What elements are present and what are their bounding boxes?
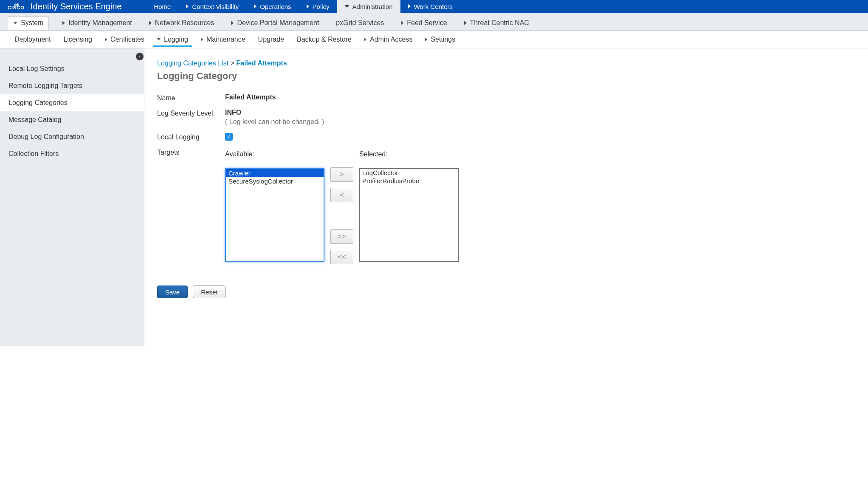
tertnav-label: Certificates [110,36,144,43]
sidebar-item-debug-log-configuration[interactable]: Debug Log Configuration [0,128,144,145]
tertnav-certificates[interactable]: Certificates [103,32,146,47]
selected-listbox[interactable]: LogCollectorProfilerRadiusProbe [359,168,459,262]
chevron-down-icon [13,22,17,24]
tertnav-label: Admin Access [370,36,412,43]
subnav-system[interactable]: System [8,16,49,30]
move-all-right-button[interactable]: >> [330,229,353,244]
breadcrumb: Logging Categories List > Failed Attempt… [157,59,855,67]
list-item[interactable]: Crawler [226,169,324,177]
sidebar-item-remote-logging-targets[interactable]: Remote Logging Targets [0,77,144,94]
topnav-work-centers[interactable]: Work Centers [400,0,460,13]
move-right-button[interactable]: > [330,167,353,182]
chevron-down-icon [345,5,349,8]
subnav-label: System [21,19,43,27]
tertnav-backup-&-restore[interactable]: Backup & Restore [295,32,353,47]
topnav-label: Work Centers [414,3,453,10]
chevron-right-icon [364,38,366,41]
subnav-pxgrid-services[interactable]: pxGrid Services [333,17,387,29]
severity-note: ( Log level can not be changed. ) [225,118,324,126]
tertnav-label: Deployment [14,36,51,43]
subnav-feed-service[interactable]: Feed Service [397,17,450,29]
sidebar-item-logging-categories[interactable]: Logging Categories [0,94,144,111]
chevron-right-icon [401,21,403,25]
name-label: Name [157,93,225,102]
sidebar-collapse-icon[interactable]: ‹ [136,53,144,60]
move-left-button[interactable]: < [330,188,353,202]
chevron-right-icon [105,38,107,41]
chevron-right-icon [408,4,411,8]
subnav-label: Threat Centric NAC [470,19,530,27]
topnav-context-visibility[interactable]: Context Visibility [178,0,246,13]
chevron-right-icon [149,21,152,25]
tertnav-label: Upgrade [258,36,284,43]
subnav-label: Network Resources [155,19,214,27]
subnav-label: Device Portal Management [237,19,319,27]
breadcrumb-sep: > [231,59,234,67]
available-listbox[interactable]: CrawlerSecureSyslogCollector [225,168,324,262]
save-button[interactable]: Save [157,286,188,298]
tertnav-label: Backup & Restore [297,36,352,43]
tertnav-label: Maintenance [206,36,245,43]
severity-value: INFO [225,109,324,116]
sub-nav-bar: SystemIdentity ManagementNetwork Resourc… [0,13,868,31]
topnav-label: Administration [352,3,393,10]
cisco-logo: ılıılı CISCO [8,4,25,9]
topnav-home[interactable]: Home [146,0,178,13]
tertnav-label: Licensing [63,36,92,43]
subnav-label: Identity Management [68,19,132,27]
list-item[interactable]: ProfilerRadiusProbe [360,177,458,185]
list-item[interactable]: SecureSyslogCollector [226,177,324,185]
chevron-right-icon [464,21,467,25]
tertnav-deployment[interactable]: Deployment [13,32,52,47]
subnav-identity-management[interactable]: Identity Management [59,17,135,29]
tertnav-maintenance[interactable]: Maintenance [199,32,247,47]
brand: ılıılı CISCO Identity Services Engine [0,0,129,13]
name-value: Failed Attempts [225,93,276,102]
breadcrumb-current: Failed Attempts [236,59,287,67]
local-logging-checkbox[interactable]: ✓ [225,133,233,141]
sidebar: Local Log SettingsRemote Logging Targets… [0,48,144,346]
breadcrumb-parent[interactable]: Logging Categories List [157,59,228,67]
sidebar-item-collection-filters[interactable]: Collection Filters [0,145,144,162]
sidebar-item-message-catalog[interactable]: Message Catalog [0,111,144,128]
tertnav-label: Logging [164,36,188,43]
topnav-label: Policy [313,3,330,10]
tertnav-settings[interactable]: Settings [423,32,457,47]
subnav-label: pxGrid Services [336,19,384,27]
chevron-right-icon [425,38,427,41]
chevron-right-icon [231,21,234,25]
topnav-label: Home [154,3,171,10]
available-label: Available: [225,150,324,158]
chevron-right-icon [254,4,256,8]
reset-button[interactable]: Reset [193,286,225,298]
chevron-down-icon [157,38,161,40]
local-logging-label: Local Logging [157,133,225,141]
chevron-right-icon [201,38,203,41]
subnav-threat-centric-nac[interactable]: Threat Centric NAC [461,17,533,29]
topnav-policy[interactable]: Policy [299,0,337,13]
severity-label: Log Severity Level [157,109,225,126]
chevron-right-icon [62,21,65,25]
chevron-right-icon [186,4,189,8]
topnav-label: Context Visibility [192,3,239,10]
chevron-right-icon [307,4,309,8]
selected-label: Selected: [359,150,459,158]
list-item[interactable]: LogCollector [360,169,458,177]
tertnav-label: Settings [431,36,455,43]
topnav-label: Operations [260,3,291,10]
tertiary-nav-bar: DeploymentLicensingCertificatesLoggingMa… [0,31,868,48]
topnav-administration[interactable]: Administration [337,0,400,13]
move-all-left-button[interactable]: << [330,250,353,264]
tertnav-admin-access[interactable]: Admin Access [363,32,414,47]
top-nav-bar: ılıılı CISCO Identity Services Engine Ho… [0,0,868,13]
topnav-operations[interactable]: Operations [246,0,299,13]
tertnav-upgrade[interactable]: Upgrade [256,32,286,47]
sidebar-item-local-log-settings[interactable]: Local Log Settings [0,60,144,77]
tertnav-licensing[interactable]: Licensing [62,32,94,47]
subnav-device-portal-management[interactable]: Device Portal Management [228,17,322,29]
page-title: Logging Category [157,71,855,82]
tertnav-logging[interactable]: Logging [155,32,190,47]
subnav-network-resources[interactable]: Network Resources [146,17,218,29]
targets-label: Targets [157,148,225,264]
dual-list: Available: CrawlerSecureSyslogCollector … [225,150,459,264]
